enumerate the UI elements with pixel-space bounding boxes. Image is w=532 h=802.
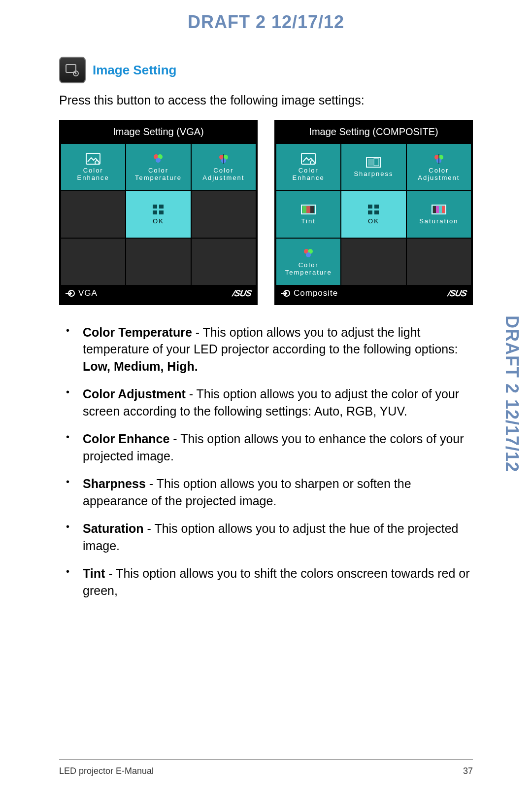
svg-rect-21: [368, 159, 373, 166]
input-source-indicator: VGA: [66, 288, 98, 298]
tile-label: Color Temperature: [285, 262, 332, 277]
menu-footer: VGA/SUS: [61, 285, 256, 304]
page-number: 37: [463, 766, 473, 776]
svg-rect-22: [374, 159, 379, 166]
menu-screenshots: Image Setting (VGA)Color EnhanceColor Te…: [59, 120, 473, 305]
svg-rect-31: [368, 205, 372, 209]
image-setting-header-icon: [59, 57, 86, 83]
tile-empty: [191, 191, 256, 238]
menu-panel: Image Setting (VGA)Color EnhanceColor Te…: [59, 120, 258, 305]
grid-icon: [151, 203, 166, 216]
svg-rect-18: [301, 153, 315, 164]
description-term: Color Adjustment: [83, 387, 186, 401]
svg-rect-36: [433, 206, 436, 213]
svg-rect-14: [153, 210, 157, 214]
tile-label: Sharpness: [354, 171, 393, 178]
svg-rect-29: [306, 206, 310, 213]
tile-label: Color Temperature: [135, 167, 182, 182]
palette-icon: [301, 247, 316, 260]
tile-empty: [61, 238, 126, 285]
footer-rule: [59, 759, 473, 760]
svg-rect-12: [153, 205, 157, 209]
svg-rect-3: [86, 153, 100, 164]
description-item: Color Adjustment - This option allows yo…: [59, 385, 473, 419]
rgb-icon: [432, 152, 446, 165]
source-label: Composite: [294, 288, 338, 298]
tile-tint[interactable]: Tint: [276, 191, 341, 238]
tile-grid: Color EnhanceSharpnessColor AdjustmentTi…: [276, 143, 471, 285]
tile-label: OK: [368, 218, 379, 225]
menu-title: Image Setting (COMPOSITE): [276, 121, 471, 143]
menu-panel: Image Setting (COMPOSITE)Color EnhanceSh…: [274, 120, 473, 305]
sat-icon: [432, 203, 446, 216]
tile-color-adjustment[interactable]: Color Adjustment: [406, 143, 471, 191]
brand-logo: /SUS: [447, 288, 467, 299]
tile-grid: Color EnhanceColor TemperatureColor Adju…: [61, 143, 256, 285]
tile-color-temperature[interactable]: Color Temperature: [126, 143, 191, 191]
description-item: Sharpness - This option allows you to sh…: [59, 475, 473, 509]
input-icon: [66, 289, 75, 298]
svg-rect-33: [368, 210, 372, 214]
tile-color-enhance[interactable]: Color Enhance: [276, 143, 341, 191]
watermark-top: DRAFT 2 12/17/12: [0, 12, 532, 33]
svg-rect-13: [159, 205, 164, 209]
description-text: - This option allows you to shift the co…: [83, 566, 470, 597]
tile-empty: [126, 238, 191, 285]
description-item: Color Enhance - This option allows you t…: [59, 430, 473, 464]
tile-label: Color Enhance: [293, 167, 325, 182]
tile-ok[interactable]: OK: [126, 191, 191, 238]
tile-label: OK: [153, 218, 164, 225]
tint-icon: [301, 203, 316, 216]
tile-label: Color Enhance: [77, 167, 109, 182]
description-term: Color Enhance: [83, 432, 169, 446]
tile-ok[interactable]: OK: [341, 191, 406, 238]
picture-icon: [301, 152, 316, 165]
description-term: Sharpness: [83, 477, 146, 490]
sharp-icon: [366, 156, 381, 169]
rgb-icon: [216, 152, 231, 165]
tile-label: Color Adjustment: [418, 167, 460, 182]
description-item: Color Temperature - This option allows y…: [59, 324, 473, 375]
tile-label: Saturation: [419, 218, 458, 225]
svg-rect-30: [310, 206, 314, 213]
tile-label: Color Adjustment: [202, 167, 244, 182]
intro-text: Press this button to access the followin…: [59, 92, 473, 109]
description-term: Color Temperature: [83, 325, 192, 339]
tile-empty: [341, 238, 406, 285]
section-title: Image Setting: [93, 63, 176, 78]
svg-rect-37: [436, 206, 439, 213]
input-source-indicator: Composite: [281, 288, 338, 298]
svg-point-2: [75, 73, 77, 74]
description-item: Tint - This option allows you to shift t…: [59, 565, 473, 599]
tile-empty: [61, 191, 126, 238]
tile-empty: [191, 238, 256, 285]
description-term: Tint: [83, 566, 105, 580]
svg-rect-34: [374, 210, 379, 214]
source-label: VGA: [78, 288, 98, 298]
tile-color-temperature[interactable]: Color Temperature: [276, 238, 341, 285]
footer-text: LED projector E-Manual: [59, 766, 154, 776]
menu-footer: Composite/SUS: [276, 285, 471, 304]
palette-icon: [151, 152, 166, 165]
tile-color-enhance[interactable]: Color Enhance: [61, 143, 126, 191]
input-icon: [281, 289, 291, 298]
tile-color-adjustment[interactable]: Color Adjustment: [191, 143, 256, 191]
watermark-side: DRAFT 2 12/17/12: [501, 315, 522, 472]
description-term: Saturation: [83, 522, 144, 535]
svg-rect-28: [302, 206, 306, 213]
svg-rect-38: [439, 206, 442, 213]
settings-descriptions: Color Temperature - This option allows y…: [59, 324, 473, 599]
description-item: Saturation - This option allows you to a…: [59, 520, 473, 554]
picture-icon: [86, 152, 100, 165]
svg-point-7: [156, 158, 161, 163]
grid-icon: [366, 203, 381, 216]
tile-label: Tint: [301, 218, 316, 225]
tile-sharpness[interactable]: Sharpness: [341, 143, 406, 191]
tile-empty: [406, 238, 471, 285]
section-header: Image Setting: [59, 57, 473, 83]
brand-logo: /SUS: [232, 288, 252, 299]
svg-rect-32: [374, 205, 379, 209]
menu-title: Image Setting (VGA): [61, 121, 256, 143]
svg-rect-39: [442, 206, 445, 213]
tile-saturation[interactable]: Saturation: [406, 191, 471, 238]
